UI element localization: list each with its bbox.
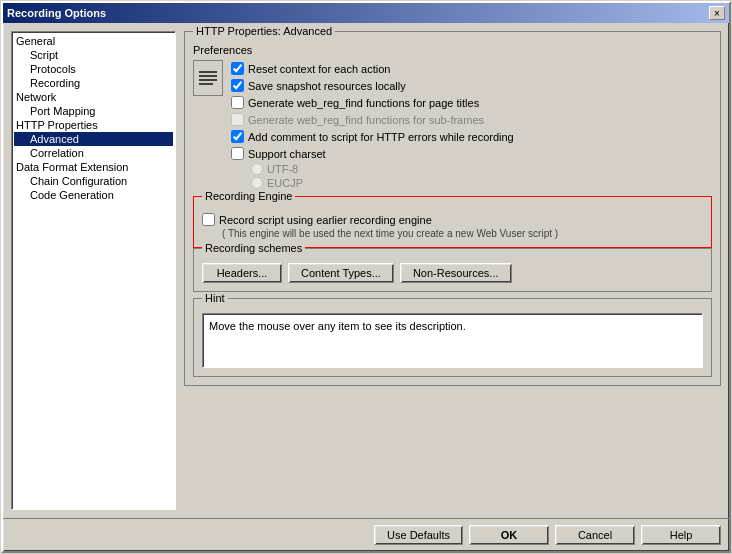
close-button[interactable]: × — [709, 6, 725, 20]
eucjp-radio — [251, 177, 263, 189]
content-panel: HTTP Properties: Advanced Preferences — [184, 31, 721, 510]
recording-options-window: Recording Options × GeneralScriptProtoco… — [1, 1, 731, 553]
content-types-button[interactable]: Content Types... — [288, 263, 394, 283]
preferences-label: Preferences — [193, 44, 712, 56]
utf8-label: UTF-8 — [267, 163, 298, 175]
hint-box: Hint Move the mouse over any item to see… — [193, 298, 712, 377]
tree-panel[interactable]: GeneralScriptProtocolsRecordingNetworkPo… — [11, 31, 176, 510]
tree-item-protocols[interactable]: Protocols — [14, 62, 173, 76]
schemes-buttons: Headers... Content Types... Non-Resource… — [202, 263, 703, 283]
window-body: GeneralScriptProtocolsRecordingNetworkPo… — [3, 23, 729, 518]
engine-sub-text: ( This engine will be used the next time… — [202, 228, 703, 239]
generate-webreg-label: Generate web_reg_find functions for page… — [248, 97, 479, 109]
use-defaults-button[interactable]: Use Defaults — [374, 525, 463, 545]
earlier-engine-checkbox[interactable] — [202, 213, 215, 226]
main-section: HTTP Properties: Advanced Preferences — [184, 31, 721, 386]
bottom-bar: Use Defaults OK Cancel Help — [3, 518, 729, 551]
tree-item-port-mapping[interactable]: Port Mapping — [14, 104, 173, 118]
headers-button[interactable]: Headers... — [202, 263, 282, 283]
save-snapshot-checkbox[interactable] — [231, 79, 244, 92]
main-section-title: HTTP Properties: Advanced — [193, 25, 335, 37]
generate-subframes-checkbox — [231, 113, 244, 126]
tree-item-network[interactable]: Network — [14, 90, 173, 104]
hint-title: Hint — [202, 292, 228, 304]
recording-engine-checkbox-row: Record script using earlier recording en… — [202, 211, 703, 228]
add-comment-label: Add comment to script for HTTP errors wh… — [248, 131, 514, 143]
recording-engine-box: Recording Engine Record script using ear… — [193, 196, 712, 248]
recording-engine-title: Recording Engine — [202, 190, 295, 202]
recording-schemes-section: Recording schemes Headers... Content Typ… — [193, 248, 712, 292]
tree-item-recording[interactable]: Recording — [14, 76, 173, 90]
checkbox-row-snapshot: Save snapshot resources locally — [231, 77, 712, 94]
hint-content: Move the mouse over any item to see its … — [202, 313, 703, 368]
recording-schemes-title: Recording schemes — [202, 242, 305, 254]
generate-webreg-checkbox[interactable] — [231, 96, 244, 109]
radio-row-utf8: UTF-8 — [231, 162, 712, 176]
support-charset-checkbox[interactable] — [231, 147, 244, 160]
reset-context-checkbox[interactable] — [231, 62, 244, 75]
utf8-radio — [251, 163, 263, 175]
tree-item-script[interactable]: Script — [14, 48, 173, 62]
checkbox-row-reset: Reset context for each action — [231, 60, 712, 77]
reset-context-label: Reset context for each action — [248, 63, 390, 75]
tree-item-code-gen[interactable]: Code Generation — [14, 188, 173, 202]
help-button[interactable]: Help — [641, 525, 721, 545]
tree-item-http-properties[interactable]: HTTP Properties — [14, 118, 173, 132]
radio-row-eucjp: EUCJP — [231, 176, 712, 190]
checkbox-row-addcomment: Add comment to script for HTTP errors wh… — [231, 128, 712, 145]
checkbox-row-subframes: Generate web_reg_find functions for sub-… — [231, 111, 712, 128]
tree-item-correlation[interactable]: Correlation — [14, 146, 173, 160]
earlier-engine-label: Record script using earlier recording en… — [219, 214, 432, 226]
add-comment-checkbox[interactable] — [231, 130, 244, 143]
checkbox-row-charset: Support charset — [231, 145, 712, 162]
tree-item-advanced[interactable]: Advanced — [14, 132, 173, 146]
cancel-button[interactable]: Cancel — [555, 525, 635, 545]
ok-button[interactable]: OK — [469, 525, 549, 545]
non-resources-button[interactable]: Non-Resources... — [400, 263, 512, 283]
title-bar: Recording Options × — [3, 3, 729, 23]
save-snapshot-label: Save snapshot resources locally — [248, 80, 406, 92]
eucjp-label: EUCJP — [267, 177, 303, 189]
hint-text: Move the mouse over any item to see its … — [209, 320, 466, 332]
tree-item-data-format[interactable]: Data Format Extension — [14, 160, 173, 174]
window-title: Recording Options — [7, 7, 106, 19]
tree-item-chain-config[interactable]: Chain Configuration — [14, 174, 173, 188]
tree-item-general[interactable]: General — [14, 34, 173, 48]
support-charset-label: Support charset — [248, 148, 326, 160]
preferences-inner: Reset context for each action Save snaps… — [193, 60, 712, 190]
preferences-icon — [193, 60, 223, 96]
generate-subframes-label: Generate web_reg_find functions for sub-… — [248, 114, 484, 126]
checkbox-row-webreg: Generate web_reg_find functions for page… — [231, 94, 712, 111]
preferences-items: Reset context for each action Save snaps… — [231, 60, 712, 190]
